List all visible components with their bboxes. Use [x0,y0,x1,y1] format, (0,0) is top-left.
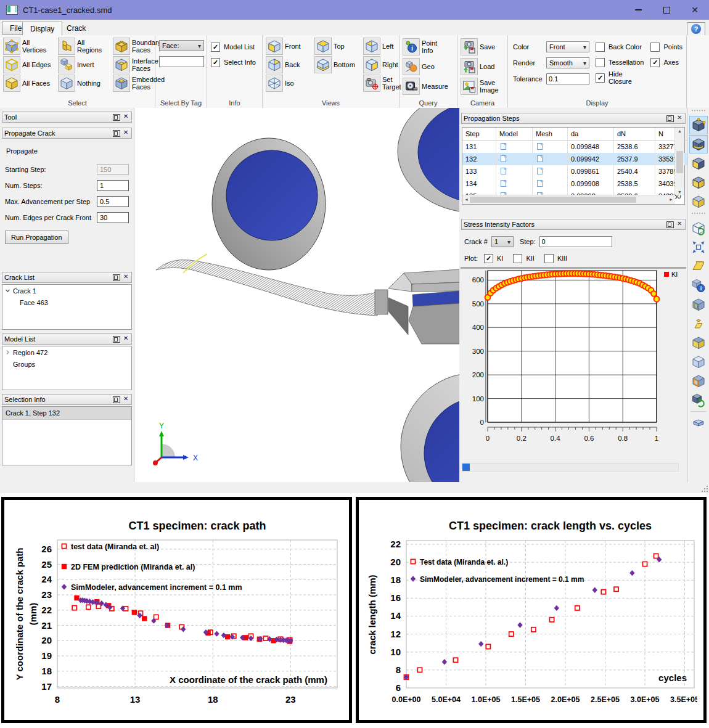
ribbon-item-geo[interactable]: Geo [401,57,456,76]
select-edge-mode-button[interactable] [689,135,708,153]
ribbon-item-save[interactable]: Save [459,37,506,57]
close-icon[interactable] [123,274,129,280]
ribbon-item-iso[interactable]: Iso [264,74,312,92]
checkbox-kii[interactable]: KII [513,252,534,265]
select-region-mode-button[interactable] [689,173,708,192]
tag-input[interactable] [159,56,204,67]
tab-crack[interactable]: Crack [59,22,93,35]
viewport-3d[interactable]: Y X [134,108,459,482]
checkbox-kiii[interactable]: KIII [544,252,568,265]
dock-icon[interactable] [113,114,120,121]
show-surface-button[interactable] [689,257,708,276]
dock-icon[interactable] [113,396,120,403]
ribbon-item-all-edges[interactable]: All Edges [2,55,55,74]
checkbox-box[interactable] [650,58,660,67]
select-vertex-mode-button[interactable] [689,116,708,134]
horizontal-scrollbar[interactable]: ◄► [462,195,675,204]
close-icon[interactable] [123,130,129,136]
checkbox-box[interactable] [211,58,220,67]
dock-icon[interactable] [113,336,120,343]
dock-icon[interactable] [666,221,674,228]
ribbon-item-save-image[interactable]: Save Image [459,76,506,96]
color-dropdown[interactable]: Front [546,41,589,52]
dock-icon[interactable] [113,274,120,281]
checkbox-box[interactable] [484,254,493,263]
checkbox-box[interactable] [596,43,605,52]
help-button[interactable]: ? [687,22,705,36]
resize-grip[interactable] [700,485,708,492]
wire-region-button[interactable] [689,353,708,371]
dock-icon[interactable] [113,130,120,137]
table-row-step-133[interactable]: 1330.0998612540.4337850 [462,165,698,178]
run-propagation-button[interactable]: Run Propagation [5,231,68,244]
table-row-step-132[interactable]: 1320.0999422537.9335310 [462,153,698,165]
highlight-face-button[interactable] [689,372,708,390]
checkbox-select-info[interactable]: Select Info [211,55,260,69]
toolbar-drag-handle[interactable] [692,110,705,115]
model-list-item-region472[interactable]: Region 472 [2,346,131,358]
checkbox-axes[interactable]: Axes [650,55,682,69]
field-input-max-advancement-per-step[interactable] [97,196,129,207]
crack-number-dropdown[interactable]: 1 [491,236,514,247]
model-info-button[interactable]: i [689,276,708,295]
checkbox-box[interactable] [596,58,605,67]
ribbon-item-point-info[interactable]: iPoint Info [401,37,456,57]
regen-model-button[interactable] [689,391,708,409]
checkbox-box[interactable] [513,254,522,263]
expand-icon[interactable] [5,350,10,355]
ribbon-item-measure[interactable]: Measure [401,76,456,96]
close-button[interactable] [681,0,709,20]
slider-thumb[interactable] [462,464,470,471]
face-sheet-button[interactable] [689,314,708,333]
ribbon-item-front[interactable]: Front [264,37,312,55]
crack-list-item-crack1[interactable]: Crack 1 [2,285,131,297]
crack-list-item-face463[interactable]: Face 463 [2,297,131,308]
close-icon[interactable] [123,114,129,120]
close-icon[interactable] [123,336,129,342]
checkbox-hide-closure[interactable]: Hide Closure [596,71,644,84]
field-input-starting-step[interactable] [97,164,129,175]
close-icon[interactable] [677,221,683,227]
ribbon-item-back[interactable]: Back [264,55,312,74]
checkbox-box[interactable] [596,73,605,83]
tolerance-input[interactable] [546,73,589,84]
close-icon[interactable] [123,396,129,403]
maximize-button[interactable] [652,0,681,20]
sif-step-input[interactable] [539,236,612,247]
collapse-view-button[interactable] [689,414,708,432]
checkbox-box[interactable] [544,254,554,263]
checkbox-back-color[interactable]: Back Color [596,40,644,54]
ribbon-item-bottom[interactable]: Bottom [313,55,361,74]
ribbon-item-all-vertices[interactable]: All Vertices [2,37,55,55]
checkbox-tessellation[interactable]: Tessellation [596,55,644,69]
ribbon-item-invert[interactable]: Invert [57,55,110,74]
ribbon-item-top[interactable]: Top [313,37,361,55]
dock-icon[interactable] [666,115,674,122]
select-body-mode-button[interactable] [689,192,708,211]
fit-view-button[interactable] [689,238,708,256]
checkbox-ki[interactable]: KI [484,252,503,265]
minimize-button[interactable] [624,0,652,20]
checkbox-points[interactable]: Points [650,40,682,54]
solid-region-button[interactable] [689,333,708,352]
vertical-scrollbar[interactable]: ▲▼ [674,128,684,195]
ribbon-item-nothing[interactable]: Nothing [57,74,110,92]
checkbox-box[interactable] [211,43,220,52]
hollow-region-button[interactable] [689,295,708,314]
table-row-step-131[interactable]: 1310.0998482538.6332770 [462,141,698,153]
ribbon-item-all-regions[interactable]: All Regions [57,37,110,55]
ribbon-item-all-faces[interactable]: All Faces [2,74,55,92]
table-row-step-134[interactable]: 1340.0999082538.5340390 [462,178,698,190]
sif-step-slider[interactable] [462,463,679,472]
collapse-icon[interactable] [5,288,10,293]
select-face-mode-button[interactable] [689,154,708,173]
close-icon[interactable] [677,115,683,121]
model-list-item-groups[interactable]: Groups [2,358,131,370]
toolbar-drag-handle[interactable] [692,213,705,218]
render-dropdown[interactable]: Smooth [546,57,589,68]
tab-display[interactable]: Display [22,22,62,36]
selection-info-item[interactable]: Crack 1, Step 132 [2,407,131,420]
checkbox-model-list[interactable]: Model List [211,40,260,54]
ribbon-item-load[interactable]: Load [459,57,506,76]
checkbox-box[interactable] [650,43,660,52]
